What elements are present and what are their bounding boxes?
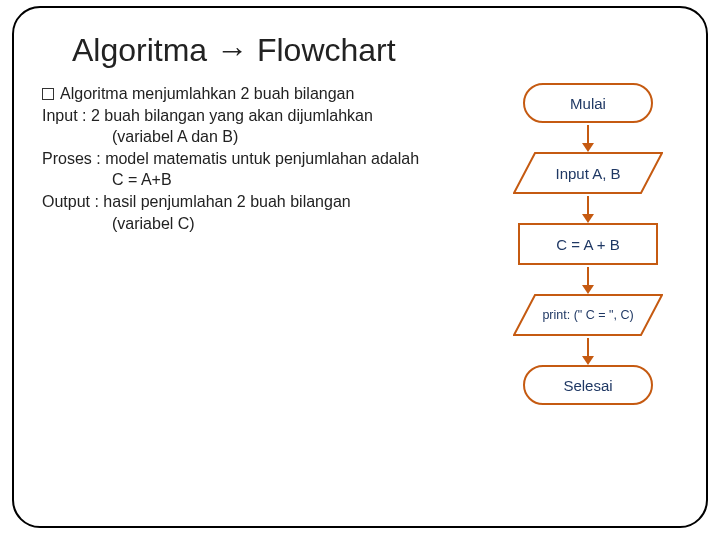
bullet-line: Algoritma menjumlahkan 2 buah bilangan bbox=[42, 83, 476, 105]
arrow-icon bbox=[582, 196, 594, 223]
checkbox-icon bbox=[42, 88, 54, 100]
flow-output-label: print: (" C = ", C) bbox=[513, 308, 663, 322]
arrow-icon bbox=[582, 125, 594, 152]
output-line: Output : hasil penjumlahan 2 buah bilang… bbox=[42, 191, 476, 213]
process-line: Proses : model matematis untuk penjumlah… bbox=[42, 148, 476, 170]
slide-title: Algoritma → Flowchart bbox=[72, 32, 678, 69]
flow-start-label: Mulai bbox=[570, 95, 606, 112]
arrow-icon bbox=[582, 338, 594, 365]
process-formula: C = A+B bbox=[42, 169, 476, 191]
flow-output-io: print: (" C = ", C) bbox=[513, 294, 663, 336]
input-vars: (variabel A dan B) bbox=[42, 126, 476, 148]
flow-start-terminator: Mulai bbox=[523, 83, 653, 123]
input-line: Input : 2 buah bilangan yang akan dijuml… bbox=[42, 105, 476, 127]
output-vars: (variabel C) bbox=[42, 213, 476, 235]
algorithm-text: Algoritma menjumlahkan 2 buah bilangan I… bbox=[42, 83, 476, 234]
arrow-icon bbox=[582, 267, 594, 294]
content-row: Algoritma menjumlahkan 2 buah bilangan I… bbox=[42, 83, 678, 405]
flow-input-io: Input A, B bbox=[513, 152, 663, 194]
bullet-text: Algoritma menjumlahkan 2 buah bilangan bbox=[60, 85, 354, 102]
flow-process-box: C = A + B bbox=[518, 223, 658, 265]
flow-process-label: C = A + B bbox=[556, 236, 619, 253]
slide-frame: Algoritma → Flowchart Algoritma menjumla… bbox=[12, 6, 708, 528]
flow-end-terminator: Selesai bbox=[523, 365, 653, 405]
flowchart: Mulai Input A, B C = A + B print: (" C =… bbox=[498, 83, 678, 405]
flow-end-label: Selesai bbox=[563, 377, 612, 394]
flow-input-label: Input A, B bbox=[513, 165, 663, 182]
